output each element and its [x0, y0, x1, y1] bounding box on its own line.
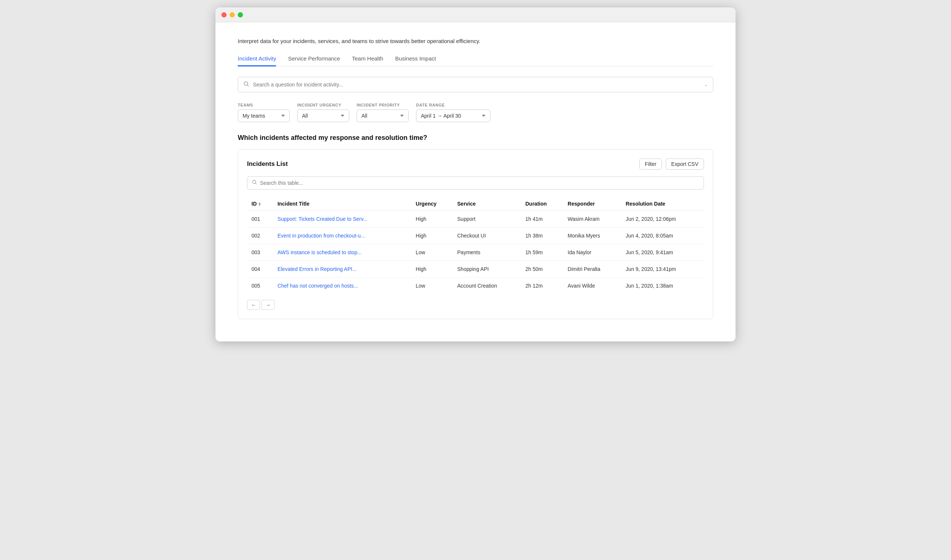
cell-service: Payments [453, 244, 521, 261]
cell-id: 005 [247, 278, 273, 294]
export-csv-button[interactable]: Export CSV [666, 158, 704, 169]
cell-duration: 2h 12m [521, 278, 563, 294]
question-search-input[interactable] [253, 82, 704, 88]
tab-team-health[interactable]: Team Health [352, 55, 383, 66]
cell-service: Checkout UI [453, 228, 521, 244]
card-actions: Filter Export CSV [639, 158, 704, 169]
cell-resolution-date: Jun 9, 2020, 13:41pm [621, 261, 704, 278]
main-content: Interpret data for your incidents, servi… [215, 22, 736, 334]
cell-id: 002 [247, 228, 273, 244]
cell-resolution-date: Jun 5, 2020, 9:41am [621, 244, 704, 261]
minimize-button[interactable] [230, 12, 235, 17]
cell-service: Support [453, 211, 521, 228]
cell-responder: Ida Naylor [563, 244, 621, 261]
cell-resolution-date: Jun 1, 2020, 1:38am [621, 278, 704, 294]
cell-id: 001 [247, 211, 273, 228]
cell-urgency: High [411, 261, 453, 278]
urgency-select[interactable]: All High Low Medium [297, 109, 349, 122]
cell-title[interactable]: Support: Tickets Created Due to Serv... [273, 211, 411, 228]
table-row: 005 Chef has not converged on hosts... L… [247, 278, 704, 294]
table-row: 003 AWS instance is scheduled to stop...… [247, 244, 704, 261]
section-title: Which incidents affected my response and… [238, 134, 713, 142]
col-header-duration: Duration [521, 197, 563, 211]
traffic-lights [221, 12, 243, 17]
cell-title[interactable]: Elevated Errors in Reporting API... [273, 261, 411, 278]
cell-responder: Monika Myers [563, 228, 621, 244]
table-row: 004 Elevated Errors in Reporting API... … [247, 261, 704, 278]
cell-urgency: High [411, 211, 453, 228]
cell-urgency: Low [411, 278, 453, 294]
table-row: 001 Support: Tickets Created Due to Serv… [247, 211, 704, 228]
cell-resolution-date: Jun 4, 2020, 8:05am [621, 228, 704, 244]
pagination-next[interactable]: → [261, 300, 275, 310]
date-range-select[interactable]: April 1 → April 30 Last 7 days Last 30 d… [416, 109, 490, 122]
priority-filter-label: INCIDENT PRIORITY [357, 103, 409, 107]
cell-responder: Dimitri Peralta [563, 261, 621, 278]
cell-duration: 2h 50m [521, 261, 563, 278]
svg-line-1 [247, 85, 249, 86]
close-button[interactable] [221, 12, 227, 17]
cell-duration: 1h 38m [521, 228, 563, 244]
tabs-nav: Incident Activity Service Performance Te… [238, 55, 713, 66]
col-header-id[interactable]: ID [247, 197, 273, 211]
cell-responder: Avani Wilde [563, 278, 621, 294]
page-subtitle: Interpret data for your incidents, servi… [238, 37, 713, 45]
cell-service: Shopping API [453, 261, 521, 278]
card-title: Incidents List [247, 160, 288, 168]
table-row: 002 Event in production from checkout-u.… [247, 228, 704, 244]
cell-id: 004 [247, 261, 273, 278]
date-range-filter: DATE RANGE April 1 → April 30 Last 7 day… [416, 103, 490, 122]
col-header-service: Service [453, 197, 521, 211]
urgency-filter: INCIDENT URGENCY All High Low Medium [297, 103, 349, 122]
pagination-prev[interactable]: ← [247, 300, 260, 310]
tab-service-performance[interactable]: Service Performance [288, 55, 340, 66]
cell-resolution-date: Jun 2, 2020, 12:06pm [621, 211, 704, 228]
priority-select[interactable]: All P1 P2 P3 [357, 109, 409, 122]
filters-row: TEAMS My teams All teams INCIDENT URGENC… [238, 103, 713, 122]
question-search-bar[interactable]: ⌄ [238, 77, 713, 92]
col-header-urgency: Urgency [411, 197, 453, 211]
cell-urgency: High [411, 228, 453, 244]
table-search-input[interactable] [260, 180, 699, 186]
app-window: Interpret data for your incidents, servi… [215, 8, 736, 342]
search-icon [243, 81, 249, 88]
cell-duration: 1h 59m [521, 244, 563, 261]
priority-filter: INCIDENT PRIORITY All P1 P2 P3 [357, 103, 409, 122]
titlebar [215, 8, 736, 22]
cell-service: Account Creation [453, 278, 521, 294]
date-range-filter-label: DATE RANGE [416, 103, 490, 107]
col-header-resolution-date: Resolution Date [621, 197, 704, 211]
cell-duration: 1h 41m [521, 211, 563, 228]
cell-urgency: Low [411, 244, 453, 261]
col-header-responder: Responder [563, 197, 621, 211]
col-header-title: Incident Title [273, 197, 411, 211]
teams-filter: TEAMS My teams All teams [238, 103, 290, 122]
filter-button[interactable]: Filter [639, 158, 662, 169]
chevron-down-icon: ⌄ [704, 82, 708, 87]
table-search-bar[interactable] [247, 176, 704, 190]
card-header: Incidents List Filter Export CSV [247, 158, 704, 169]
cell-id: 003 [247, 244, 273, 261]
maximize-button[interactable] [238, 12, 243, 17]
svg-line-3 [255, 183, 256, 184]
cell-title[interactable]: Chef has not converged on hosts... [273, 278, 411, 294]
urgency-filter-label: INCIDENT URGENCY [297, 103, 349, 107]
pagination: ← → [247, 300, 704, 310]
cell-title[interactable]: Event in production from checkout-u... [273, 228, 411, 244]
teams-filter-label: TEAMS [238, 103, 290, 107]
cell-responder: Wasim Akram [563, 211, 621, 228]
incidents-table: ID Incident Title Urgency Service Durati… [247, 197, 704, 294]
teams-select[interactable]: My teams All teams [238, 109, 290, 122]
table-body: 001 Support: Tickets Created Due to Serv… [247, 211, 704, 294]
incidents-list-card: Incidents List Filter Export CSV [238, 149, 713, 319]
table-search-icon [252, 180, 257, 186]
cell-title[interactable]: AWS instance is scheduled to stop... [273, 244, 411, 261]
table-header: ID Incident Title Urgency Service Durati… [247, 197, 704, 211]
tab-business-impact[interactable]: Business Impact [395, 55, 436, 66]
tab-incident-activity[interactable]: Incident Activity [238, 55, 276, 66]
